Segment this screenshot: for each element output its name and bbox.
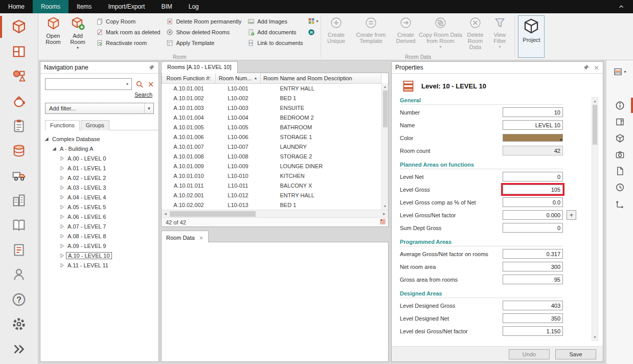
layout-icon[interactable] — [606, 113, 633, 130]
vertical-scrollbar[interactable]: ▲ ▼ — [592, 97, 598, 341]
vertical-scrollbar[interactable]: ▲ ▼ — [381, 83, 388, 210]
column-header-room-name-and-room-description[interactable]: Room Name and Room Description — [261, 73, 381, 83]
worksheets-icon[interactable] — [0, 113, 38, 139]
save-button[interactable]: Save — [555, 349, 596, 359]
level-designed-net-input[interactable] — [503, 313, 563, 323]
expand-icon[interactable] — [0, 337, 38, 362]
column-header-room-function[interactable]: Room Function #: — [162, 73, 216, 83]
info-icon[interactable] — [606, 97, 633, 113]
menu-item-items[interactable]: Items — [69, 0, 100, 13]
scroll-right-icon[interactable]: ► — [380, 210, 388, 217]
rooms-icon[interactable] — [0, 14, 38, 39]
level-gross-comp-as-of-net-input[interactable] — [503, 197, 563, 207]
search-icon[interactable] — [135, 80, 144, 88]
reports-icon[interactable] — [0, 238, 38, 263]
project-button[interactable]: Project — [518, 15, 545, 58]
scroll-down-icon[interactable]: ▼ — [382, 203, 388, 210]
measure-icon[interactable] — [606, 195, 633, 212]
items-icon[interactable] — [0, 89, 38, 114]
expand-icon[interactable] — [58, 233, 65, 239]
expand-icon[interactable] — [58, 165, 65, 171]
search-input[interactable] — [46, 79, 123, 89]
tab-functions[interactable]: Functions — [45, 120, 80, 130]
delete-room-data-button[interactable]: Delete Room Data — [463, 14, 487, 52]
help-icon[interactable]: ? — [0, 287, 38, 312]
tree-item-a-08-level-8[interactable]: A.08 - LEVEL 8 — [40, 231, 159, 241]
copy-room-data-from-room-button[interactable]: Copy Room Data from Room▾ — [418, 14, 463, 52]
add-documents-button[interactable]: Add documents — [247, 29, 303, 36]
menu-item-import-export[interactable]: Import/Export — [100, 0, 153, 13]
sum-dept-gross-input[interactable] — [503, 223, 563, 233]
tab-rooms[interactable]: Rooms [A.10 - LEVEL 10] — [161, 61, 238, 73]
average-gross-net-factor-on-rooms-input[interactable] — [503, 249, 563, 259]
settings-icon[interactable] — [0, 312, 38, 337]
table-row[interactable]: A.10.01.001L10-001ENTRY HALL — [162, 83, 381, 93]
expand-icon[interactable] — [58, 262, 65, 268]
scroll-left-icon[interactable]: ◄ — [162, 210, 169, 217]
delete-room-permanently-button[interactable]: Delete Room permanently — [166, 18, 241, 25]
table-row[interactable]: A.10.02.001L10-012ENTRY HALL — [162, 190, 381, 200]
color-picker[interactable]: ▾ — [503, 134, 563, 142]
level-desi-gross-net-factor-input[interactable] — [503, 326, 563, 336]
column-header-room-num[interactable]: Room Num...▲ — [216, 73, 261, 83]
level-net-input[interactable] — [503, 172, 563, 181]
add-button[interactable]: + — [567, 210, 576, 220]
add-room-button[interactable]: Add Room▾ — [65, 14, 90, 52]
reactivate-room-button[interactable]: Reactivate room — [96, 39, 160, 47]
tree-item-a-07-level-7[interactable]: A.07 - LEVEL 7 — [40, 221, 159, 231]
tree-item-a-02-level-2[interactable]: A.02 - LEVEL 2 — [40, 173, 159, 183]
level-gross-net-factor-input[interactable] — [503, 210, 563, 220]
data-views-icon[interactable]: ▾ — [606, 63, 633, 80]
create-unique-button[interactable]: Create Unique — [324, 14, 348, 52]
search-link[interactable]: Search — [134, 92, 152, 98]
scroll-down-icon[interactable]: ▼ — [592, 334, 598, 340]
menu-item-rooms[interactable]: Rooms — [33, 0, 69, 13]
tree-item-a-00-level-0[interactable]: A.00 - LEVEL 0 — [40, 153, 159, 163]
table-row[interactable]: A.10.01.006L10-006STORAGE 1 — [162, 132, 381, 142]
tree-item-a-10-level-10[interactable]: A.10 - LEVEL 10 — [40, 251, 159, 260]
number-input[interactable] — [503, 107, 563, 117]
menu-item-bim[interactable]: BIM — [153, 0, 180, 13]
tree-item-a-11-level-11[interactable]: A.11 - LEVEL 11 — [40, 260, 159, 270]
horizontal-scrollbar[interactable]: ◄ ► — [162, 210, 388, 217]
camera-icon[interactable] — [606, 146, 633, 163]
table-row[interactable]: A.10.01.003L10-003ENSUITE — [162, 103, 381, 112]
undo-button[interactable]: Undo — [509, 349, 550, 359]
chevron-down-icon[interactable]: ▾ — [123, 82, 131, 86]
tree-item-a-building-a[interactable]: A - Building A — [40, 144, 159, 153]
table-row[interactable]: A.10.01.005L10-005BATHROOM — [162, 122, 381, 132]
net-room-area-input[interactable] — [503, 262, 563, 271]
shapes-icon[interactable] — [0, 64, 38, 89]
view-filter-button[interactable]: View Filter▾ — [487, 14, 512, 52]
logistics-icon[interactable] — [0, 163, 38, 188]
table-row[interactable]: A.10.01.004L10-004BEDROOM 2 — [162, 112, 381, 122]
expand-icon[interactable] — [58, 252, 65, 259]
room-count-input[interactable] — [503, 146, 563, 155]
table-row[interactable]: A.10.01.007L10-007LAUNDRY — [162, 142, 381, 151]
collapse-ribbon-icon[interactable] — [609, 0, 633, 13]
name-input[interactable] — [503, 120, 563, 130]
expand-icon[interactable] — [58, 174, 65, 181]
summary-icon[interactable] — [379, 218, 386, 226]
scrollbar-thumb[interactable] — [170, 211, 256, 217]
expand-icon[interactable] — [58, 223, 65, 230]
close-icon[interactable] — [594, 65, 599, 71]
tree-item-a-06-level-6[interactable]: A.06 - LEVEL 6 — [40, 212, 159, 221]
r-badge-button[interactable]: R — [308, 29, 318, 36]
scroll-up-icon[interactable]: ▲ — [382, 83, 388, 90]
room-list-icon[interactable] — [0, 39, 38, 64]
pin-icon[interactable] — [583, 64, 590, 71]
expand-icon[interactable] — [58, 155, 65, 162]
expand-icon[interactable] — [58, 213, 65, 220]
create-derived-button[interactable]: Create Derived — [393, 14, 418, 52]
collapse-icon[interactable] — [51, 145, 57, 152]
expand-icon[interactable] — [58, 184, 65, 191]
open-room-button[interactable]: Open Room — [41, 14, 65, 52]
apply-template-button[interactable]: Apply Template — [166, 39, 241, 47]
create-from-template-button[interactable]: Create from Template — [348, 14, 393, 52]
scrollbar-thumb[interactable] — [593, 105, 597, 145]
level-gross-input[interactable] — [503, 185, 563, 194]
clear-search-icon[interactable] — [147, 81, 154, 88]
gross-area-from-rooms-input[interactable] — [503, 275, 563, 284]
expand-icon[interactable] — [58, 242, 65, 249]
